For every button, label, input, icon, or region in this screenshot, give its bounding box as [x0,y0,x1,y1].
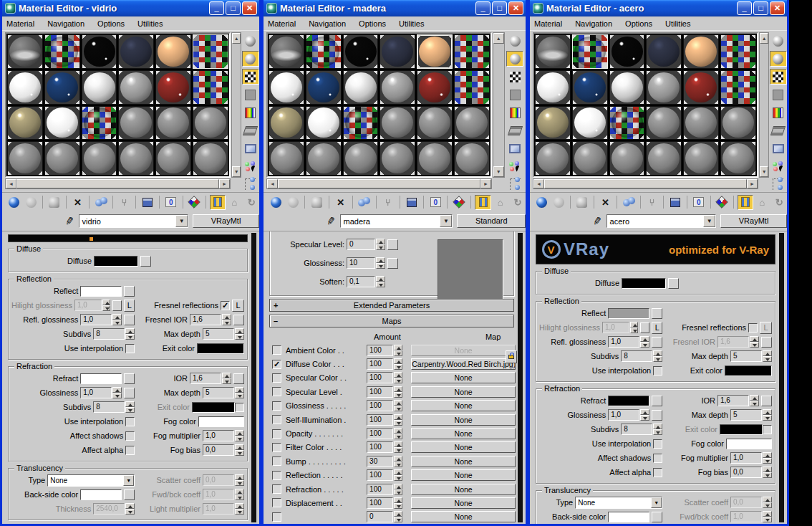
sample-slot[interactable] [118,141,154,176]
map-button[interactable]: None [411,400,516,411]
spin-up-icon[interactable] [222,373,231,378]
spin-up-icon[interactable] [394,484,402,489]
spin-down-icon[interactable] [394,406,402,411]
spin-up-icon[interactable] [750,336,759,342]
rollout-maps[interactable]: –Maps [269,315,514,327]
value-field[interactable]: 1,0 [602,322,629,333]
sample-slot[interactable] [306,70,342,105]
spin-up-icon[interactable] [763,467,772,472]
value-field[interactable]: 100 [367,484,393,495]
spin-up-icon[interactable] [222,314,231,320]
spin-down-icon[interactable] [376,263,385,269]
spin-down-icon[interactable] [112,320,122,325]
l-toggle-button[interactable]: L [124,300,135,312]
sample-slot[interactable] [720,141,756,176]
maximize-button[interactable]: □ [226,1,241,15]
value-field[interactable]: 1,6 [717,395,749,406]
spin-down-icon[interactable] [653,356,662,362]
get-material-icon[interactable] [268,195,284,210]
select-by-material-icon[interactable] [770,158,787,174]
affect-alpha-checkbox[interactable] [125,446,135,455]
sample-slot[interactable] [454,70,490,105]
lock-ambient-diffuse-icon[interactable] [506,350,517,363]
spin-down-icon[interactable] [763,472,772,478]
sample-slot[interactable] [609,34,645,69]
menu-item-utilities[interactable]: Utilities [399,19,424,28]
backlight-icon[interactable] [770,51,787,67]
sample-slot[interactable] [343,70,379,105]
spinner[interactable] [750,336,759,348]
material-type-button[interactable]: Standard [457,214,526,228]
spin-down-icon[interactable] [235,393,244,398]
fresnel-reflections-checkbox[interactable]: ✓ [221,301,230,310]
map-slot-button[interactable] [761,396,772,406]
value-field[interactable]: 1,0 [203,503,234,515]
spin-down-icon[interactable] [125,334,135,340]
sample-uv-tiling-icon[interactable] [242,87,259,102]
sample-slot[interactable] [155,34,191,69]
map-slot-button[interactable] [668,278,679,289]
options-icon[interactable] [506,140,523,156]
spinner[interactable] [763,452,772,464]
value-field[interactable]: 100 [367,469,393,481]
value-field[interactable]: 5 [730,350,762,362]
material-id-channel-icon[interactable]: 0 [163,195,179,210]
spinner[interactable] [394,414,402,426]
show-end-result-icon[interactable] [475,195,490,210]
l-toggle-button[interactable]: L [232,300,244,312]
spin-up-icon[interactable] [630,322,638,327]
menu-item-options[interactable]: Options [359,19,386,28]
sample-slot[interactable] [82,141,117,176]
map-slot-button[interactable] [652,337,662,348]
spin-up-icon[interactable] [235,430,244,436]
map-enable-checkbox[interactable] [272,471,281,480]
sample-slot[interactable] [44,106,80,140]
spinner[interactable] [235,387,244,398]
spin-up-icon[interactable] [112,387,122,393]
map-slot-button[interactable] [387,239,398,250]
sample-uv-tiling-icon[interactable] [770,87,787,102]
sample-uv-tiling-icon[interactable] [506,87,523,102]
spinner[interactable] [125,328,135,340]
sample-slot[interactable] [82,34,117,69]
spin-up-icon[interactable] [640,409,649,415]
spinner[interactable] [125,401,135,413]
scrollbar-thumb[interactable] [544,179,747,188]
map-slot-button[interactable] [124,388,135,398]
video-color-check-icon[interactable] [506,105,523,120]
sample-slot[interactable] [7,70,43,105]
sample-slot[interactable] [683,70,719,105]
map-button[interactable]: None [411,386,516,398]
value-field[interactable]: 100 [367,400,393,411]
spin-down-icon[interactable] [112,393,122,398]
spin-up-icon[interactable] [235,444,244,450]
put-to-library-icon[interactable] [140,195,155,210]
value-field[interactable]: 1,0 [608,336,639,348]
menu-item-navigation[interactable]: Navigation [47,19,84,28]
spin-down-icon[interactable] [640,342,649,348]
spinner[interactable] [394,372,402,383]
map-button[interactable]: None [411,345,516,356]
sample-slot[interactable] [306,141,342,176]
chevron-down-icon[interactable]: ▼ [175,215,188,227]
spin-up-icon[interactable] [376,239,385,244]
value-field[interactable]: 0,1 [347,276,375,287]
show-end-result-icon[interactable] [210,195,226,210]
make-material-copy-icon[interactable] [357,195,372,210]
sample-slot[interactable] [269,106,304,140]
exit-color-refraction-swatch[interactable] [720,424,763,435]
sample-slot[interactable] [44,70,80,105]
spinner[interactable] [222,373,231,384]
value-field[interactable]: 1,0 [80,387,112,398]
sample-slot[interactable] [683,106,719,140]
spin-down-icon[interactable] [394,434,402,439]
map-slot-button[interactable] [387,258,398,269]
show-map-in-viewport-icon[interactable] [186,195,202,210]
map-slot-button[interactable] [124,489,135,500]
params-scrollbar[interactable] [518,233,523,522]
map-button[interactable]: None [411,469,516,481]
back-side-color-swatch[interactable] [80,489,122,500]
spinner[interactable] [763,511,772,522]
sample-slot[interactable] [193,34,228,69]
spin-up-icon[interactable] [394,414,402,420]
